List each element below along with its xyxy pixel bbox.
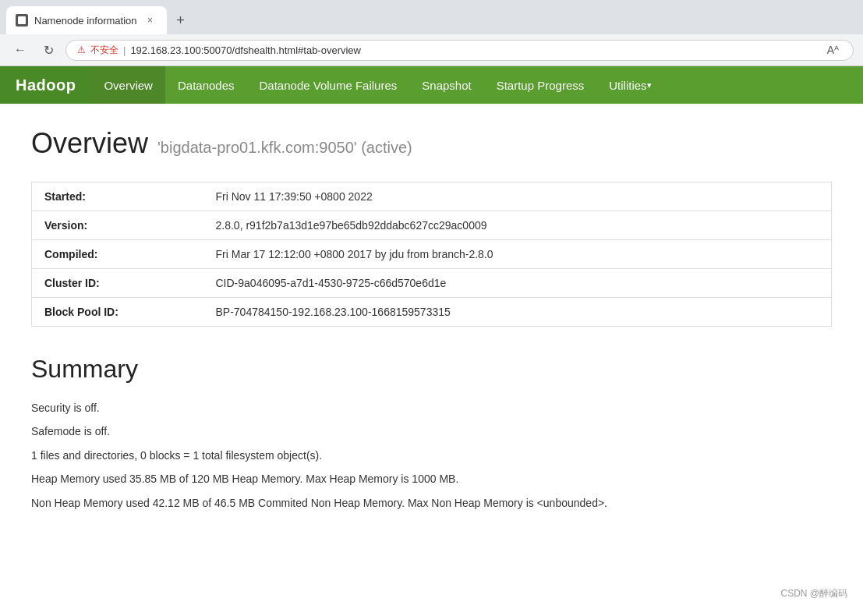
refresh-button[interactable]: ↻ [37, 39, 59, 61]
svg-rect-0 [18, 16, 26, 24]
reader-mode-button[interactable]: Aᴬ [827, 44, 842, 56]
table-row-started: Started: Fri Nov 11 17:39:50 +0800 2022 [32, 182, 832, 211]
table-row-compiled: Compiled: Fri Mar 17 12:12:00 +0800 2017… [32, 240, 832, 269]
summary-line-1: Security is off. [31, 399, 832, 416]
value-compiled: Fri Mar 17 12:12:00 +0800 2017 by jdu fr… [203, 240, 832, 269]
nav-item-overview[interactable]: Overview [91, 66, 165, 104]
page-content: Overview 'bigdata-pro01.kfk.com:9050' (a… [0, 104, 863, 541]
value-block-pool-id: BP-704784150-192.168.23.100-166815957331… [203, 298, 832, 327]
label-started: Started: [32, 182, 203, 211]
nav-item-datanode-volume-failures[interactable]: Datanode Volume Failures [247, 66, 410, 104]
url-separator: | [123, 44, 126, 56]
label-version: Version: [32, 211, 203, 240]
url-text: 192.168.23.100:50070/dfshealth.html#tab-… [130, 44, 361, 56]
hadoop-brand[interactable]: Hadoop [0, 66, 91, 104]
tab-bar: Namenode information × + [0, 0, 863, 34]
info-table: Started: Fri Nov 11 17:39:50 +0800 2022 … [31, 182, 832, 327]
label-block-pool-id: Block Pool ID: [32, 298, 203, 327]
value-version: 2.8.0, r91f2b7a13d1e97be65db92ddabc627cc… [203, 211, 832, 240]
tab-close-button[interactable]: × [143, 13, 157, 27]
table-row-cluster-id: Cluster ID: CID-9a046095-a7d1-4530-9725-… [32, 269, 832, 298]
security-warning: ⚠ [77, 44, 86, 55]
tab-title: Namenode information [34, 15, 137, 27]
table-row-block-pool-id: Block Pool ID: BP-704784150-192.168.23.1… [32, 298, 832, 327]
back-button[interactable]: ← [9, 39, 31, 61]
url-bar[interactable]: ⚠ 不安全 | 192.168.23.100:50070/dfshealth.h… [65, 40, 854, 61]
nav-item-snapshot[interactable]: Snapshot [409, 66, 483, 104]
summary-line-4: Heap Memory used 35.85 MB of 120 MB Heap… [31, 470, 832, 487]
summary-title: Summary [31, 355, 832, 384]
new-tab-button[interactable]: + [170, 9, 192, 31]
tab-favicon [16, 14, 28, 27]
summary-line-2: Safemode is off. [31, 423, 832, 440]
table-row-version: Version: 2.8.0, r91f2b7a13d1e97be65db92d… [32, 211, 832, 240]
summary-line-5: Non Heap Memory used 42.12 MB of 46.5 MB… [31, 494, 832, 512]
nav-item-startup-progress[interactable]: Startup Progress [484, 66, 597, 104]
label-compiled: Compiled: [32, 240, 203, 269]
address-bar: ← ↻ ⚠ 不安全 | 192.168.23.100:50070/dfsheal… [0, 34, 863, 65]
hadoop-navbar: Hadoop Overview Datanodes Datanode Volum… [0, 66, 863, 104]
page-title: Overview [31, 127, 148, 160]
value-started: Fri Nov 11 17:39:50 +0800 2022 [203, 182, 832, 211]
label-cluster-id: Cluster ID: [32, 269, 203, 298]
value-cluster-id: CID-9a046095-a7d1-4530-9725-c66d570e6d1e [203, 269, 832, 298]
security-label: 不安全 [90, 44, 118, 57]
summary-line-3: 1 files and directories, 0 blocks = 1 to… [31, 447, 832, 464]
active-tab[interactable]: Namenode information × [6, 6, 167, 34]
nav-item-datanodes[interactable]: Datanodes [165, 66, 247, 104]
page-subtitle: 'bigdata-pro01.kfk.com:9050' (active) [157, 139, 412, 157]
overview-title-row: Overview 'bigdata-pro01.kfk.com:9050' (a… [31, 127, 832, 163]
nav-item-utilities[interactable]: Utilities [596, 66, 663, 104]
browser-chrome: Namenode information × + ← ↻ ⚠ 不安全 | 192… [0, 0, 863, 66]
